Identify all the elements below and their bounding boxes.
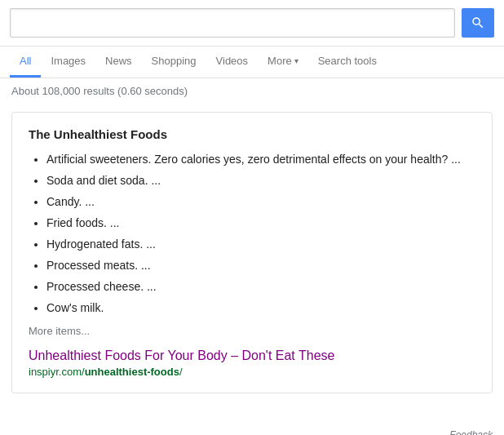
tab-all[interactable]: All <box>10 47 41 78</box>
list-item: Candy. ... <box>46 193 475 211</box>
search-button[interactable] <box>462 8 494 38</box>
list-item: Processed cheese. ... <box>46 278 475 295</box>
list-item: Soda and diet soda. ... <box>46 172 475 189</box>
search-icon <box>471 16 485 30</box>
nav-tabs: All Images News Shopping Videos More ▾ S… <box>0 47 504 78</box>
snippet-card: The Unhealthiest Foods Artificial sweete… <box>11 112 493 393</box>
search-header: unhealthiest foods <box>0 0 504 47</box>
main-content: The Unhealthiest Foods Artificial sweete… <box>0 104 504 413</box>
more-items-link[interactable]: More items... <box>29 325 475 337</box>
snippet-list: Artificial sweeteners. Zero calories yes… <box>29 151 475 317</box>
snippet-title: The Unhealthiest Foods <box>29 127 475 141</box>
list-item: Hydrogenated fats. ... <box>46 236 475 253</box>
list-item: Fried foods. ... <box>46 215 475 232</box>
tab-search-tools[interactable]: Search tools <box>308 47 387 78</box>
feedback-link[interactable]: Feedback <box>449 429 493 435</box>
result-url: inspiyr.com/unhealthiest-foods/ <box>29 366 475 378</box>
tab-more[interactable]: More ▾ <box>258 47 308 78</box>
results-count: About 108,000 results (0.60 seconds) <box>0 78 504 104</box>
feedback-area: Feedback <box>0 421 504 435</box>
search-input[interactable]: unhealthiest foods <box>19 16 446 30</box>
search-input-wrapper: unhealthiest foods <box>10 8 455 38</box>
tab-images[interactable]: Images <box>41 47 95 78</box>
tab-shopping[interactable]: Shopping <box>142 47 206 78</box>
dropdown-arrow-icon: ▾ <box>294 56 298 65</box>
tab-videos[interactable]: Videos <box>206 47 259 78</box>
list-item: Artificial sweeteners. Zero calories yes… <box>46 151 475 168</box>
tab-news[interactable]: News <box>95 47 142 78</box>
list-item: Processed meats. ... <box>46 257 475 274</box>
result-title-link[interactable]: Unhealthiest Foods For Your Body – Don't… <box>29 348 475 363</box>
list-item: Cow's milk. <box>46 300 475 317</box>
